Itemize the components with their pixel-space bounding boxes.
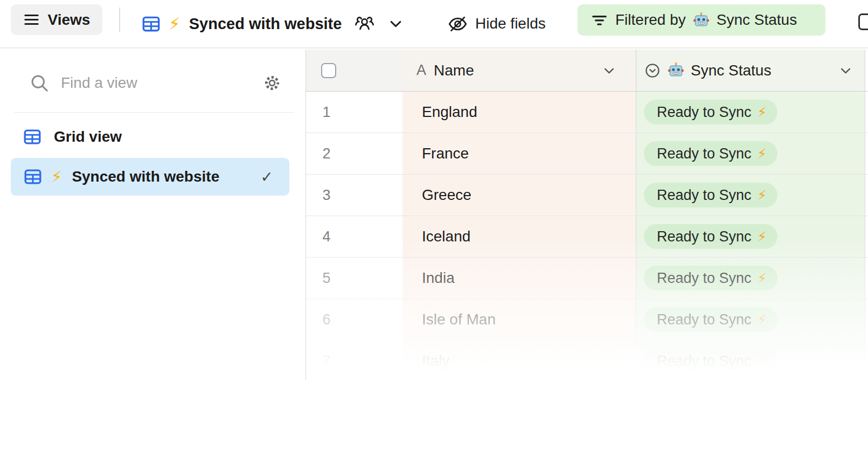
status-badge-label: Ready to Sync bbox=[657, 104, 752, 121]
status-badge: Ready to Sync ⚡ bbox=[644, 141, 777, 166]
row-number: 5 bbox=[306, 258, 347, 299]
clipped-toolbar-button[interactable] bbox=[858, 13, 868, 30]
row-number: 4 bbox=[306, 216, 347, 257]
grid-view-icon bbox=[23, 127, 42, 147]
row-number: 3 bbox=[306, 175, 347, 216]
lightning-bolt-icon: ⚡ bbox=[758, 312, 767, 328]
hide-fields-label: Hide fields bbox=[475, 15, 546, 32]
current-view-title: Synced with website bbox=[189, 15, 342, 33]
view-settings-button[interactable] bbox=[262, 73, 282, 93]
name-cell[interactable]: Iceland bbox=[402, 216, 636, 257]
view-search-row bbox=[0, 64, 305, 102]
lightning-bolt-icon: ⚡ bbox=[758, 188, 767, 203]
row-number-cell[interactable]: 4 bbox=[306, 216, 402, 257]
column-header-label: Sync Status bbox=[691, 62, 771, 79]
table-row: 5 India Ready to Sync ⚡ bbox=[306, 258, 868, 299]
filter-button[interactable]: Filtered by Sync Status bbox=[578, 4, 825, 36]
checkmark-icon: ✓ bbox=[261, 168, 273, 186]
table-row: 2 France Ready to Sync ⚡ bbox=[306, 133, 868, 175]
single-line-text-field-icon: A bbox=[416, 62, 426, 79]
table-row: 3 Greece Ready to Sync ⚡ bbox=[306, 175, 868, 216]
eye-slash-icon bbox=[447, 13, 468, 34]
name-cell[interactable]: India bbox=[402, 258, 636, 299]
row-number-cell[interactable]: 2 bbox=[306, 133, 402, 174]
sync-status-cell[interactable]: Ready to Sync ⚡ bbox=[636, 341, 865, 380]
toolbar-divider bbox=[119, 8, 120, 32]
grid-view-icon bbox=[141, 14, 161, 34]
collaborators-icon bbox=[353, 13, 376, 35]
search-icon bbox=[29, 73, 50, 94]
sync-status-cell[interactable]: Ready to Sync ⚡ bbox=[636, 92, 865, 133]
sidebar-item-label: Grid view bbox=[54, 128, 122, 146]
status-badge-label: Ready to Sync bbox=[657, 353, 752, 370]
table-body: 1 England Ready to Sync ⚡ 2 France Ready… bbox=[306, 92, 868, 380]
sidebar-item-grid-view[interactable]: Grid view bbox=[11, 121, 289, 153]
row-number-cell[interactable]: 3 bbox=[306, 175, 402, 216]
sync-status-cell[interactable]: Ready to Sync ⚡ bbox=[636, 175, 865, 216]
grid-view-icon bbox=[23, 167, 43, 186]
lightning-bolt-icon: ⚡ bbox=[51, 168, 62, 186]
status-badge: Ready to Sync ⚡ bbox=[644, 224, 777, 249]
row-number-cell[interactable]: 1 bbox=[306, 92, 402, 133]
table-row: 6 Isle of Man Ready to Sync ⚡ bbox=[306, 299, 868, 341]
column-header-label: Name bbox=[434, 62, 474, 79]
view-switcher[interactable]: ⚡ Synced with website bbox=[141, 0, 404, 47]
chevron-down-icon[interactable] bbox=[387, 16, 404, 32]
row-number: 2 bbox=[306, 133, 347, 174]
column-header-name[interactable]: A Name bbox=[402, 50, 636, 91]
row-number: 6 bbox=[306, 299, 347, 340]
lightning-bolt-icon: ⚡ bbox=[758, 146, 767, 162]
sync-status-cell[interactable]: Ready to Sync ⚡ bbox=[636, 216, 865, 257]
name-cell[interactable]: Isle of Man bbox=[402, 299, 636, 340]
sidebar-divider bbox=[15, 112, 294, 113]
hide-fields-button[interactable]: Hide fields bbox=[447, 0, 546, 47]
status-badge-label: Ready to Sync bbox=[657, 270, 752, 287]
gear-icon bbox=[262, 73, 282, 93]
hamburger-menu-icon bbox=[23, 11, 40, 28]
status-badge: Ready to Sync ⚡ bbox=[644, 183, 777, 207]
airtable-grid-app: Views ⚡ Synced with website Hide fields bbox=[0, 0, 868, 464]
column-header-sync-status[interactable]: Sync Status bbox=[636, 50, 865, 91]
name-cell[interactable]: Italy bbox=[402, 341, 636, 380]
sync-status-cell[interactable]: Ready to Sync ⚡ bbox=[636, 258, 865, 299]
views-button[interactable]: Views bbox=[11, 4, 102, 35]
row-number-cell[interactable]: 7 bbox=[306, 341, 402, 380]
name-cell[interactable]: England bbox=[402, 92, 636, 133]
sync-status-cell[interactable]: Ready to Sync ⚡ bbox=[636, 133, 865, 174]
sync-status-cell[interactable]: Ready to Sync ⚡ bbox=[636, 299, 865, 340]
name-cell[interactable]: Greece bbox=[402, 175, 636, 216]
lightning-bolt-icon: ⚡ bbox=[758, 354, 767, 369]
chevron-down-icon[interactable] bbox=[838, 64, 853, 78]
row-number: 7 bbox=[306, 341, 347, 380]
status-badge: Ready to Sync ⚡ bbox=[644, 307, 777, 332]
status-badge-label: Ready to Sync bbox=[657, 311, 752, 328]
lightning-bolt-icon: ⚡ bbox=[758, 105, 767, 120]
single-select-field-icon bbox=[644, 62, 661, 79]
row-number: 1 bbox=[306, 92, 347, 133]
filter-field-label: Sync Status bbox=[717, 11, 797, 29]
table-header-row: A Name Sync Status bbox=[306, 50, 868, 92]
views-button-label: Views bbox=[48, 11, 91, 29]
sidebar-item-label: Synced with website bbox=[72, 168, 252, 185]
filter-lines-icon bbox=[591, 11, 608, 29]
table-row: 1 England Ready to Sync ⚡ bbox=[306, 92, 868, 133]
row-number-cell[interactable]: 5 bbox=[306, 258, 402, 299]
lightning-bolt-icon: ⚡ bbox=[169, 14, 180, 33]
table-row: 4 Iceland Ready to Sync ⚡ bbox=[306, 216, 868, 258]
status-badge-label: Ready to Sync bbox=[657, 228, 752, 245]
lightning-bolt-icon: ⚡ bbox=[758, 229, 767, 245]
views-sidebar: Grid view ⚡ Synced with website ✓ bbox=[0, 50, 305, 464]
grid-table: A Name Sync Status bbox=[305, 50, 868, 380]
select-all-checkbox[interactable] bbox=[321, 63, 336, 78]
sidebar-item-synced-with-website[interactable]: ⚡ Synced with website ✓ bbox=[11, 158, 289, 196]
filter-prefix-label: Filtered by bbox=[615, 11, 686, 29]
robot-icon bbox=[668, 62, 684, 79]
status-badge: Ready to Sync ⚡ bbox=[644, 349, 777, 373]
row-number-cell[interactable]: 6 bbox=[306, 299, 402, 340]
find-view-input[interactable] bbox=[61, 74, 252, 92]
status-badge: Ready to Sync ⚡ bbox=[644, 100, 777, 124]
toolbar: Views ⚡ Synced with website Hide fields bbox=[0, 0, 868, 49]
status-badge-label: Ready to Sync bbox=[657, 187, 752, 204]
name-cell[interactable]: France bbox=[402, 133, 636, 174]
chevron-down-icon[interactable] bbox=[602, 64, 616, 78]
